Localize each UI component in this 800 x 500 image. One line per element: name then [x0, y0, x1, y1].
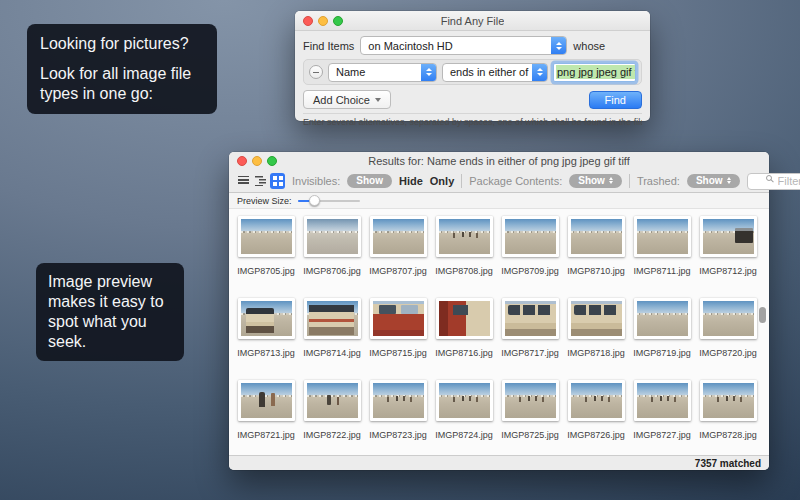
minimize-button-icon[interactable]	[318, 16, 328, 26]
file-thumbnail[interactable]	[304, 298, 361, 339]
file-item[interactable]: IMGP8721.jpg	[233, 377, 299, 455]
file-name: IMGP8719.jpg	[633, 348, 691, 358]
add-choice-label: Add Choice	[313, 94, 370, 106]
thumbnail-image	[439, 301, 490, 336]
file-item[interactable]: IMGP8716.jpg	[431, 295, 497, 377]
zoom-button-icon[interactable]	[267, 156, 277, 166]
invisibles-show-label: Show	[356, 175, 383, 186]
thumbnail-image	[637, 219, 688, 254]
hierarchy-view-button[interactable]	[253, 173, 268, 189]
popup-stepper-icon	[609, 177, 613, 184]
thumbnail-image	[373, 301, 424, 336]
file-name: IMGP8712.jpg	[699, 266, 757, 276]
file-item[interactable]: IMGP8710.jpg	[563, 213, 629, 295]
file-thumbnail[interactable]	[436, 216, 493, 257]
file-item[interactable]: IMGP8727.jpg	[629, 377, 695, 455]
file-item[interactable]: IMGP8728.jpg	[695, 377, 761, 455]
file-item[interactable]: IMGP8705.jpg	[233, 213, 299, 295]
file-item[interactable]: IMGP8723.jpg	[365, 377, 431, 455]
list-view-icon	[238, 176, 249, 186]
callout-line: Look for all image file types in one go:	[40, 64, 204, 104]
find-button[interactable]: Find	[589, 91, 642, 109]
condition-field-popup[interactable]: Name	[328, 63, 437, 82]
file-item[interactable]: IMGP8707.jpg	[365, 213, 431, 295]
file-item[interactable]: IMGP8717.jpg	[497, 295, 563, 377]
remove-condition-button[interactable]	[309, 65, 323, 79]
list-view-button[interactable]	[236, 173, 251, 189]
file-thumbnail[interactable]	[238, 380, 295, 421]
zoom-button-icon[interactable]	[333, 16, 343, 26]
file-thumbnail[interactable]	[370, 216, 427, 257]
add-choice-button[interactable]: Add Choice	[303, 90, 391, 109]
thumbnail-image	[373, 383, 424, 418]
file-item[interactable]: IMGP8718.jpg	[563, 295, 629, 377]
thumbnail-image	[307, 301, 358, 336]
invisibles-show-option[interactable]: Show	[347, 174, 392, 188]
minimize-button-icon[interactable]	[252, 156, 262, 166]
file-thumbnail[interactable]	[634, 298, 691, 339]
window-controls	[303, 16, 343, 26]
file-item[interactable]: IMGP8724.jpg	[431, 377, 497, 455]
condition-operator-value: ends in either of	[450, 66, 528, 78]
file-thumbnail[interactable]	[370, 298, 427, 339]
find-items-label: Find Items	[303, 40, 354, 52]
preview-size-slider[interactable]	[298, 195, 360, 207]
trashed-popup[interactable]: Show	[687, 174, 740, 188]
slider-thumb[interactable]	[309, 195, 320, 206]
file-item[interactable]: IMGP8719.jpg	[629, 295, 695, 377]
file-name: IMGP8726.jpg	[567, 430, 625, 440]
file-thumbnail[interactable]	[238, 216, 295, 257]
thumbnail-image	[703, 383, 754, 418]
grid-view-button[interactable]	[270, 173, 285, 189]
close-button-icon[interactable]	[237, 156, 247, 166]
file-thumbnail[interactable]	[568, 216, 625, 257]
file-thumbnail[interactable]	[700, 298, 757, 339]
file-item[interactable]: IMGP8726.jpg	[563, 377, 629, 455]
file-thumbnail[interactable]	[568, 380, 625, 421]
file-thumbnail[interactable]	[304, 216, 361, 257]
file-item[interactable]: IMGP8725.jpg	[497, 377, 563, 455]
file-thumbnail[interactable]	[700, 216, 757, 257]
file-item[interactable]: IMGP8711.jpg	[629, 213, 695, 295]
vertical-scrollbar[interactable]	[759, 307, 766, 323]
file-thumbnail[interactable]	[436, 380, 493, 421]
file-item[interactable]: IMGP8714.jpg	[299, 295, 365, 377]
file-thumbnail[interactable]	[238, 298, 295, 339]
thumbnail-image	[505, 219, 556, 254]
results-grid: IMGP8705.jpg IMGP8706.jpg IMGP8707.jpg I…	[229, 209, 769, 455]
file-thumbnail[interactable]	[700, 380, 757, 421]
file-item[interactable]: IMGP8713.jpg	[233, 295, 299, 377]
file-name: IMGP8706.jpg	[303, 266, 361, 276]
file-name: IMGP8721.jpg	[237, 430, 295, 440]
scope-popup-button[interactable]: on Macintosh HD	[360, 36, 567, 55]
file-thumbnail[interactable]	[436, 298, 493, 339]
thumbnail-image	[439, 219, 490, 254]
results-window-titlebar[interactable]: Results for: Name ends in either of png …	[229, 152, 769, 169]
file-item[interactable]: IMGP8715.jpg	[365, 295, 431, 377]
package-contents-popup[interactable]: Show	[569, 174, 622, 188]
file-thumbnail[interactable]	[370, 380, 427, 421]
file-thumbnail[interactable]	[568, 298, 625, 339]
file-item[interactable]: IMGP8706.jpg	[299, 213, 365, 295]
invisibles-hide-option[interactable]: Hide	[399, 175, 423, 187]
file-item[interactable]: IMGP8712.jpg	[695, 213, 761, 295]
file-thumbnail[interactable]	[502, 380, 559, 421]
file-item[interactable]: IMGP8722.jpg	[299, 377, 365, 455]
file-thumbnail[interactable]	[634, 216, 691, 257]
file-name: IMGP8713.jpg	[237, 348, 295, 358]
file-thumbnail[interactable]	[634, 380, 691, 421]
invisibles-only-option[interactable]: Only	[430, 175, 454, 187]
file-item[interactable]: IMGP8709.jpg	[497, 213, 563, 295]
file-item[interactable]: IMGP8708.jpg	[431, 213, 497, 295]
close-button-icon[interactable]	[303, 16, 313, 26]
file-thumbnail[interactable]	[304, 380, 361, 421]
find-window-titlebar[interactable]: Find Any File	[295, 11, 650, 31]
popup-stepper-icon	[727, 177, 731, 184]
file-thumbnail[interactable]	[502, 216, 559, 257]
condition-operator-popup[interactable]: ends in either of	[442, 63, 548, 82]
popup-stepper-icon	[551, 36, 567, 55]
file-thumbnail[interactable]	[502, 298, 559, 339]
trashed-value: Show	[696, 175, 723, 186]
file-item[interactable]: IMGP8720.jpg	[695, 295, 761, 377]
condition-value-input[interactable]: png jpg jpeg gif tiff	[553, 63, 636, 82]
